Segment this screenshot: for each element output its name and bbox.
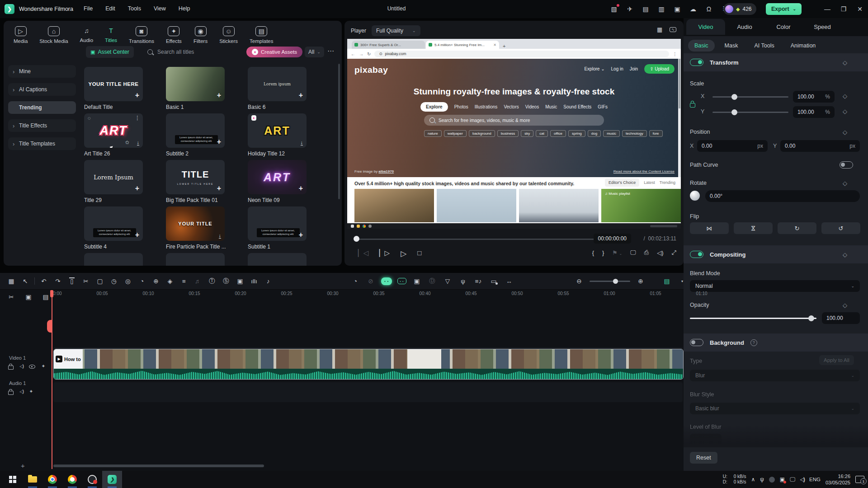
account-pill[interactable]: ◆ 426 bbox=[723, 3, 756, 15]
scale-x-handle[interactable] bbox=[731, 94, 737, 100]
title-template-card[interactable]: Lorem ipsum dolor sit amet, consectetur … bbox=[84, 206, 143, 250]
flip-vertical-button[interactable]: ⋈ bbox=[734, 222, 773, 234]
display-tray-icon[interactable]: 🖵 bbox=[790, 476, 795, 483]
speech-to-text-icon[interactable]: Ⓢ bbox=[221, 276, 231, 286]
mute-track-icon[interactable]: ◁) bbox=[19, 363, 23, 370]
zoom-in-icon[interactable]: ⊕ bbox=[636, 276, 646, 286]
property-tab[interactable]: Color bbox=[764, 19, 803, 35]
add-to-timeline-button[interactable]: + bbox=[135, 231, 139, 239]
color-match-icon[interactable]: ◎ bbox=[123, 276, 133, 286]
beat-detect-icon[interactable]: ♪ bbox=[263, 276, 273, 286]
marker-icon[interactable]: ⚑ ⌄ bbox=[612, 249, 622, 256]
scale-x-slider[interactable] bbox=[712, 96, 788, 98]
link-clips-icon[interactable]: ▣ bbox=[24, 292, 33, 302]
scene-detect-icon[interactable]: ◌ bbox=[88, 115, 91, 121]
background-type-dropdown[interactable]: Blur ⌄ bbox=[690, 370, 860, 381]
audio-track-lane[interactable] bbox=[53, 382, 683, 402]
lock-track-icon[interactable] bbox=[8, 391, 14, 395]
playback-quality-dropdown[interactable]: Full Quality ⌄ bbox=[372, 25, 420, 36]
shield-icon[interactable]: ▽ bbox=[443, 276, 453, 286]
split-playhead-icon[interactable]: ✂ bbox=[6, 292, 16, 302]
screen-record-icon[interactable]: ▭ bbox=[489, 276, 499, 286]
menu-item[interactable]: File bbox=[84, 5, 93, 12]
cloud-icon[interactable]: ☁ bbox=[689, 5, 698, 13]
title-template-card[interactable]: Lorem ipsum dolor sit amet, consectetur … bbox=[248, 206, 307, 250]
title-template-card[interactable]: Lorem ipsum dolor sit amet, consectetur … bbox=[166, 113, 225, 157]
text-to-speech-icon[interactable]: Ⓣ bbox=[207, 276, 217, 286]
property-tab[interactable]: Video bbox=[686, 19, 725, 35]
property-subtab[interactable]: Animation bbox=[784, 40, 822, 52]
notification-center-icon[interactable]: 1 bbox=[855, 476, 864, 483]
fullscreen-icon[interactable]: ⤢ bbox=[672, 249, 676, 256]
audio-stretch-icon[interactable]: ♬ bbox=[193, 276, 203, 286]
mask-off-icon[interactable]: ⊘ bbox=[366, 276, 376, 286]
display-settings-icon[interactable]: 🖵 bbox=[630, 249, 636, 256]
property-subtab[interactable]: AI Tools bbox=[748, 40, 780, 52]
title-template-card[interactable] bbox=[248, 253, 307, 266]
keyframe-icon[interactable]: ◇ bbox=[843, 93, 847, 99]
video-clip[interactable]: ▶ How to bbox=[53, 349, 684, 380]
rotate-value[interactable]: 0.00° bbox=[705, 190, 860, 202]
filmora[interactable]: ❯ bbox=[102, 471, 122, 488]
grid-scrollbar[interactable] bbox=[338, 64, 340, 199]
title-template-card[interactable]: YOUR TITLE ↓ Fire Particle Pack Title ..… bbox=[166, 206, 225, 250]
tray-app-icon[interactable] bbox=[769, 477, 775, 483]
chevron-down-icon[interactable]: ▾ bbox=[677, 276, 687, 286]
zoom-handle[interactable] bbox=[613, 279, 618, 284]
delete-icon[interactable]: ▯ bbox=[67, 276, 77, 286]
voiceover-icon[interactable]: ψ bbox=[458, 276, 468, 286]
clock[interactable]: 16:26 03/05/2025 bbox=[826, 473, 850, 486]
title-template-card[interactable]: + Basic 1 bbox=[166, 67, 225, 110]
current-timecode[interactable]: 00:00:00:00 bbox=[594, 234, 631, 244]
next-frame-icon[interactable]: ▏▷ bbox=[379, 249, 390, 258]
microphone-icon[interactable]: ψ bbox=[760, 476, 764, 483]
blend-mode-dropdown[interactable]: Normal ⌄ bbox=[690, 280, 860, 292]
redo-icon[interactable]: ↷ bbox=[53, 276, 63, 286]
speed-icon[interactable]: ◷ bbox=[109, 276, 119, 286]
chrome-profile-1[interactable] bbox=[42, 471, 62, 488]
position-x-input[interactable]: 0.00px bbox=[697, 140, 768, 152]
title-template-card[interactable]: ——— bbox=[166, 253, 225, 266]
position-y-input[interactable]: 0.00px bbox=[780, 140, 860, 152]
play-icon[interactable]: ▷ bbox=[401, 249, 406, 258]
support-icon[interactable]: Ω bbox=[704, 5, 713, 13]
ai-assistant-icon[interactable] bbox=[397, 278, 406, 284]
rotate-cw-button[interactable]: ↻ bbox=[778, 222, 816, 234]
add-to-timeline-button[interactable]: + bbox=[217, 91, 221, 99]
help-icon[interactable]: ? bbox=[750, 339, 757, 346]
menu-item[interactable]: Tools bbox=[128, 5, 141, 12]
split-icon[interactable]: ✂ bbox=[81, 276, 91, 286]
title-template-card[interactable]: ART ♦ ↓ Holiday Title 12 bbox=[248, 113, 307, 157]
favorite-icon[interactable]: ✩ bbox=[125, 140, 129, 145]
audio-visualizer-icon[interactable]: ıllı bbox=[249, 276, 259, 286]
keyframe-icon[interactable]: ◇ bbox=[843, 129, 847, 136]
snapshot-icon[interactable]: ⎙ bbox=[644, 249, 649, 256]
add-to-timeline-button[interactable]: + bbox=[299, 231, 303, 239]
playhead-line[interactable] bbox=[52, 290, 52, 469]
add-to-timeline-button[interactable]: + bbox=[135, 91, 139, 99]
add-to-timeline-button[interactable]: + bbox=[217, 184, 221, 192]
timeline-scrollbar[interactable] bbox=[53, 465, 264, 467]
save-icon[interactable]: ▣ bbox=[673, 5, 682, 13]
rotate-ccw-button[interactable]: ↺ bbox=[821, 222, 860, 234]
add-to-timeline-button[interactable]: + bbox=[299, 91, 303, 99]
obs-studio[interactable] bbox=[82, 471, 102, 488]
add-to-timeline-button[interactable]: + bbox=[299, 184, 303, 192]
start-button[interactable] bbox=[3, 471, 23, 488]
adjust-icon[interactable]: ≡ bbox=[179, 276, 189, 286]
speaker-tray-icon[interactable]: ◁) bbox=[800, 476, 804, 483]
menu-item[interactable]: View bbox=[154, 5, 166, 12]
tray-expand-icon[interactable]: ∧ bbox=[751, 476, 755, 483]
smart-edit-icon[interactable]: ▣ bbox=[235, 276, 245, 286]
crop-icon[interactable]: ▢ bbox=[95, 276, 105, 286]
flip-horizontal-button[interactable]: ⋈ bbox=[690, 222, 729, 234]
zoom-out-icon[interactable]: ⊖ bbox=[574, 276, 584, 286]
title-template-card[interactable]: ART + Neon Title 09 bbox=[248, 160, 307, 203]
gift-icon[interactable]: ▧ bbox=[609, 5, 618, 13]
snapshot-add-icon[interactable]: ▣ bbox=[412, 276, 422, 286]
scale-y-value[interactable]: 100.00% bbox=[793, 106, 835, 118]
title-template-card[interactable] bbox=[84, 253, 143, 266]
stop-icon[interactable]: □ bbox=[417, 249, 421, 258]
chrome-profile-2[interactable] bbox=[62, 471, 82, 488]
undo-icon[interactable]: ↶ bbox=[39, 276, 49, 286]
